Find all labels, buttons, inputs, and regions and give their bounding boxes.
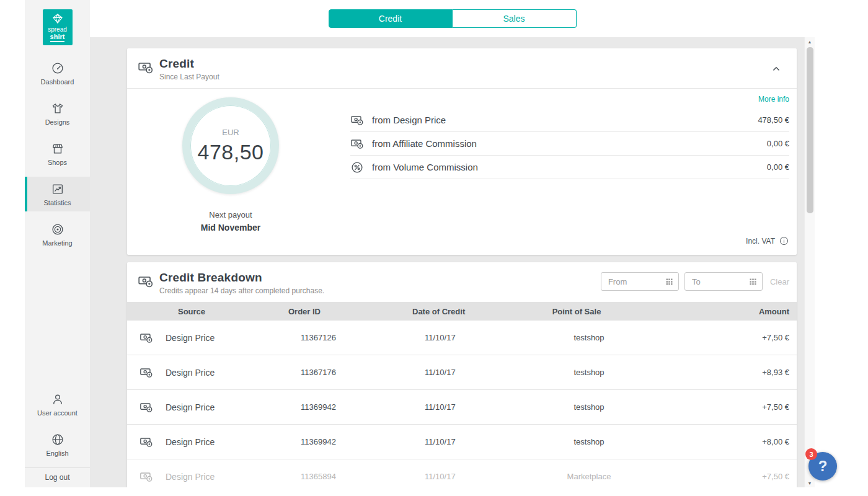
table-row: Design Price 11365894 11/10/17 Marketpla… (127, 459, 797, 487)
question-mark-icon: ? (818, 458, 828, 475)
credit-source-row: from Volume Commission 0,00 € (350, 156, 789, 179)
sidebar-item-shops[interactable]: Shops (25, 136, 90, 171)
date-from-input[interactable] (607, 277, 664, 287)
cell-point-of-sale: testshop (536, 333, 642, 342)
breakdown-title: Credit Breakdown (159, 271, 595, 285)
sidebar-item-label: User account (37, 409, 78, 417)
cell-date: 11/10/17 (425, 437, 536, 446)
calendar-grid-icon[interactable] (665, 277, 674, 286)
topbar: Credit Sales (90, 0, 815, 37)
cell-source: Design Price (166, 368, 301, 378)
tab-credit[interactable]: Credit (329, 9, 453, 28)
cell-order-id: 11369942 (301, 437, 425, 446)
table-header-row: Source Order ID Date of Credit Point of … (127, 302, 797, 321)
scroll-down-arrow[interactable]: ▼ (805, 479, 815, 487)
credit-source-amount: 0,00 € (767, 139, 789, 148)
banknote-coin-icon (138, 271, 154, 290)
collapse-panel-button[interactable] (768, 61, 784, 77)
credit-breakdown-panel: Credit Breakdown Credits appear 14 days … (127, 262, 797, 487)
cell-order-id: 11367176 (301, 368, 425, 377)
logo-text-shirt: shirt (50, 33, 65, 42)
credit-source-amount: 478,50 € (758, 115, 789, 125)
next-payout-label: Next payout (209, 210, 252, 219)
sidebar-item-dashboard[interactable]: Dashboard (25, 56, 90, 91)
vat-note: Incl. VAT (746, 236, 789, 246)
credit-source-row: from Design Price 478,50 € (350, 108, 789, 132)
sidebar-item-marketing[interactable]: Marketing (25, 217, 90, 252)
cell-amount: +7,50 € (642, 402, 797, 412)
scroll-up-arrow[interactable]: ▲ (805, 37, 815, 46)
sidebar-item-label: Designs (45, 118, 70, 126)
credit-source-label: from Design Price (372, 115, 758, 125)
date-from-field[interactable] (601, 272, 679, 291)
main-area: Credit Sales Credit Since Last Payout (90, 0, 815, 487)
spreadshirt-logo[interactable]: spread shirt (43, 9, 73, 45)
dashboard-icon (51, 61, 64, 75)
cell-source: Design Price (166, 472, 301, 482)
cell-date: 11/10/17 (425, 402, 536, 412)
shop-icon (51, 142, 64, 156)
header-date: Date of Credit (412, 307, 524, 316)
sidebar-item-user-account[interactable]: User account (25, 387, 90, 422)
sidebar-item-label: Dashboard (41, 78, 74, 86)
cell-point-of-sale: Marketplace (536, 472, 642, 481)
calendar-grid-icon[interactable] (748, 277, 758, 286)
tab-sales[interactable]: Sales (453, 9, 577, 28)
app-window: spread shirt Dashboard Designs Shops Sta… (25, 0, 815, 487)
chevron-up-icon (771, 63, 782, 74)
cell-amount: +8,00 € (642, 437, 797, 446)
credit-panel-titles: Credit Since Last Payout (159, 57, 768, 81)
logout-button[interactable]: Log out (25, 467, 90, 487)
sidebar-item-language[interactable]: English (25, 427, 90, 462)
credit-panel-subtitle: Since Last Payout (159, 73, 768, 81)
header-order-id: Order ID (288, 307, 412, 316)
table-row: Design Price 11369942 11/10/17 testshop … (127, 425, 797, 459)
table-row: Design Price 11367176 11/10/17 testshop … (127, 355, 797, 390)
clear-filters-button[interactable]: Clear (770, 277, 789, 286)
cell-source: Design Price (166, 437, 301, 447)
credit-source-amount: 0,00 € (767, 162, 789, 172)
sidebar-item-designs[interactable]: Designs (25, 96, 90, 131)
sidebar-item-label: Statistics (43, 199, 71, 206)
next-payout-value: Mid November (201, 223, 260, 232)
cell-order-id: 11365894 (301, 472, 425, 481)
gauge-currency: EUR (222, 128, 239, 137)
help-button[interactable]: ? 3 (808, 452, 837, 480)
vertical-scrollbar[interactable]: ▲ ▼ (804, 37, 815, 487)
globe-icon (51, 433, 64, 446)
cell-order-id: 11369942 (301, 402, 425, 412)
breakdown-header: Credit Breakdown Credits appear 14 days … (127, 262, 797, 302)
user-icon (51, 392, 64, 406)
banknote-coin-icon (127, 470, 166, 484)
sidebar-bottom: User account English Log out (25, 381, 90, 487)
credit-panel: Credit Since Last Payout EUR 478,50 Next… (127, 48, 797, 255)
banknote-coin-icon (127, 435, 166, 449)
credit-source-row: from Affiliate Commission 0,00 € (350, 132, 789, 156)
cell-point-of-sale: testshop (536, 437, 642, 446)
scrollbar-thumb[interactable] (807, 47, 813, 213)
cell-source: Design Price (166, 402, 301, 412)
date-to-input[interactable] (691, 277, 748, 287)
sidebar-item-label: English (46, 450, 68, 457)
sidebar-item-statistics[interactable]: Statistics (25, 177, 90, 211)
cell-date: 11/10/17 (425, 368, 536, 377)
sidebar-item-label: Marketing (42, 239, 72, 247)
breakdown-table: Source Order ID Date of Credit Point of … (127, 302, 797, 487)
banknote-coin-icon (138, 57, 154, 76)
info-icon[interactable] (779, 236, 789, 246)
banknote-coin-icon (350, 137, 364, 151)
date-to-field[interactable] (684, 272, 763, 291)
table-row: Design Price 11367126 11/10/17 testshop … (127, 321, 797, 355)
credit-panel-body: EUR 478,50 Next payout Mid November More… (127, 89, 797, 255)
credit-gauge: EUR 478,50 (182, 97, 279, 194)
notification-badge: 3 (805, 448, 817, 460)
credit-sales-tabs: Credit Sales (329, 9, 577, 28)
banknote-coin-icon (127, 401, 166, 414)
more-info-link[interactable]: More info (758, 95, 789, 104)
logo-text-spread: spread (48, 26, 67, 33)
header-amount: Amount (629, 307, 797, 316)
credit-source-label: from Affiliate Commission (372, 138, 767, 149)
cell-amount: +8,93 € (642, 368, 797, 377)
cell-amount: +7,50 € (642, 333, 797, 342)
vat-label: Incl. VAT (746, 237, 775, 246)
